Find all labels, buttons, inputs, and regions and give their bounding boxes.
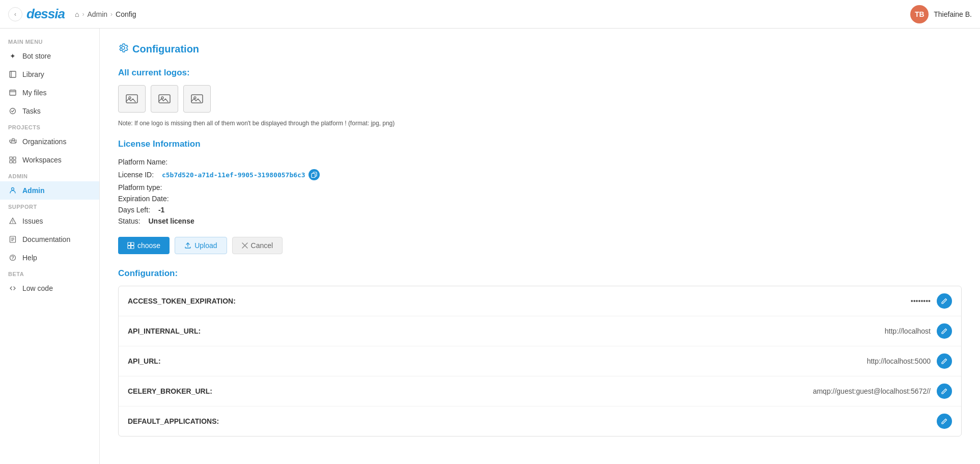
config-value-3: amqp://guest:guest@localhost:5672// bbox=[813, 387, 931, 395]
svg-rect-13 bbox=[10, 160, 12, 163]
sidebar-item-label-my-files: My files bbox=[22, 89, 46, 97]
cancel-button[interactable]: Cancel bbox=[232, 237, 283, 254]
sidebar-item-documentation[interactable]: Documentation bbox=[0, 230, 99, 249]
sidebar-item-workspaces[interactable]: Workspaces bbox=[0, 151, 99, 169]
sidebar-item-label-documentation: Documentation bbox=[22, 235, 70, 243]
main-layout: Main menu ✦ Bot store Library My files T… bbox=[0, 29, 980, 464]
config-row-1: API_INTERNAL_URL: http://localhost bbox=[119, 316, 961, 346]
svg-rect-14 bbox=[13, 160, 16, 163]
logos-section: All current logos: Note: If one logo is … bbox=[118, 68, 962, 127]
svg-point-23 bbox=[12, 259, 13, 259]
svg-rect-0 bbox=[10, 71, 16, 77]
config-edit-btn-4[interactable] bbox=[937, 414, 952, 429]
config-edit-btn-0[interactable] bbox=[937, 293, 952, 309]
issues-icon bbox=[8, 216, 17, 226]
choose-button[interactable]: choose bbox=[118, 237, 170, 254]
sidebar-item-library[interactable]: Library bbox=[0, 65, 99, 84]
license-id-label: License ID: bbox=[118, 171, 154, 179]
config-value-1: http://localhost bbox=[885, 327, 931, 335]
logos-row bbox=[118, 85, 962, 113]
svg-rect-11 bbox=[10, 157, 12, 159]
sidebar-item-help[interactable]: Help bbox=[0, 249, 99, 267]
user-name: Thiefaine B. bbox=[934, 10, 972, 18]
expiration-label: Expiration Date: bbox=[118, 195, 169, 203]
copy-license-id-button[interactable] bbox=[309, 169, 320, 180]
svg-rect-24 bbox=[126, 95, 137, 103]
logos-heading: All current logos: bbox=[118, 68, 962, 78]
platform-type-label: Platform type: bbox=[118, 183, 162, 192]
logo-box-1[interactable] bbox=[118, 85, 146, 113]
breadcrumb-admin[interactable]: Admin bbox=[87, 10, 107, 18]
sidebar-item-label-issues: Issues bbox=[22, 217, 43, 225]
nav-back-button[interactable]: ‹ bbox=[8, 7, 22, 21]
organizations-icon bbox=[8, 137, 17, 146]
license-days-left-row: Days Left: -1 bbox=[118, 204, 962, 215]
action-buttons: choose Upload Cancel bbox=[118, 237, 962, 254]
sidebar-item-low-code[interactable]: Low code bbox=[0, 279, 99, 297]
config-row-3: CELERY_BROKER_URL: amqp://guest:guest@lo… bbox=[119, 376, 961, 406]
svg-rect-2 bbox=[10, 90, 16, 95]
platform-name-label: Platform Name: bbox=[118, 158, 167, 166]
breadcrumb-home-icon[interactable]: ⌂ bbox=[75, 10, 79, 18]
upload-button[interactable]: Upload bbox=[175, 237, 227, 254]
low-code-icon bbox=[8, 284, 17, 293]
sidebar-item-label-help: Help bbox=[22, 254, 37, 262]
config-row-0: ACCESS_TOKEN_EXPIRATION: •••••••• bbox=[119, 286, 961, 316]
choose-button-label: choose bbox=[137, 241, 160, 250]
config-right-0: •••••••• bbox=[911, 293, 952, 309]
svg-point-15 bbox=[12, 188, 14, 190]
svg-point-27 bbox=[161, 97, 163, 99]
config-edit-btn-2[interactable] bbox=[937, 353, 952, 369]
svg-rect-33 bbox=[131, 242, 134, 245]
header-left: ‹ dessia ⌂ › Admin › Config bbox=[8, 6, 136, 22]
config-edit-btn-3[interactable] bbox=[937, 384, 952, 399]
config-key-0: ACCESS_TOKEN_EXPIRATION: bbox=[128, 297, 236, 305]
sidebar-item-my-files[interactable]: My files bbox=[0, 84, 99, 102]
sidebar-item-label-organizations: Organizations bbox=[22, 138, 66, 146]
sidebar-item-issues[interactable]: Issues bbox=[0, 212, 99, 230]
sidebar-item-tasks[interactable]: Tasks bbox=[0, 102, 99, 120]
documentation-icon bbox=[8, 235, 17, 244]
breadcrumb: ⌂ › Admin › Config bbox=[75, 10, 136, 18]
app-logo: dessia bbox=[26, 6, 65, 22]
sidebar-section-projects: Projects bbox=[0, 120, 99, 132]
sidebar-section-beta: Beta bbox=[0, 267, 99, 279]
sidebar-item-admin[interactable]: Admin bbox=[0, 181, 99, 200]
svg-point-25 bbox=[129, 97, 131, 99]
svg-rect-6 bbox=[15, 140, 17, 142]
upload-button-label: Upload bbox=[194, 241, 217, 250]
svg-rect-28 bbox=[191, 95, 203, 103]
sidebar-item-organizations[interactable]: Organizations bbox=[0, 132, 99, 151]
sidebar-item-bot-store[interactable]: ✦ Bot store bbox=[0, 47, 99, 65]
workspaces-icon bbox=[8, 155, 17, 165]
config-value-2: http://localhost:5000 bbox=[867, 357, 931, 365]
logo-box-2[interactable] bbox=[151, 85, 178, 113]
license-section: License Information Platform Name: Licen… bbox=[118, 139, 962, 227]
svg-rect-12 bbox=[13, 157, 16, 159]
license-heading: License Information bbox=[118, 139, 962, 149]
config-row-2: API_URL: http://localhost:5000 bbox=[119, 346, 961, 376]
breadcrumb-sep1: › bbox=[82, 11, 84, 18]
sidebar-item-label-low-code: Low code bbox=[22, 284, 53, 292]
config-key-4: DEFAULT_APPLICATIONS: bbox=[128, 417, 219, 425]
breadcrumb-sep2: › bbox=[110, 11, 113, 18]
app-header: ‹ dessia ⌂ › Admin › Config TB Thiefaine… bbox=[0, 0, 980, 29]
config-right-1: http://localhost bbox=[885, 323, 952, 339]
sidebar-section-support: Support bbox=[0, 200, 99, 212]
days-left-value: -1 bbox=[158, 206, 164, 214]
license-id-value: c5b7d520-a71d-11ef-9905-31980057b6c3 bbox=[162, 171, 305, 179]
license-platform-name-row: Platform Name: bbox=[118, 156, 962, 168]
svg-rect-5 bbox=[12, 139, 14, 141]
sidebar-section-main: Main menu bbox=[0, 35, 99, 47]
breadcrumb-config: Config bbox=[116, 10, 136, 18]
cancel-button-label: Cancel bbox=[251, 241, 273, 250]
config-key-3: CELERY_BROKER_URL: bbox=[128, 387, 212, 395]
library-icon bbox=[8, 70, 17, 79]
svg-rect-26 bbox=[159, 95, 170, 103]
config-edit-btn-1[interactable] bbox=[937, 323, 952, 339]
svg-point-29 bbox=[194, 97, 196, 99]
svg-rect-4 bbox=[10, 140, 12, 142]
tasks-icon bbox=[8, 106, 17, 116]
logo-box-3[interactable] bbox=[183, 85, 211, 113]
status-label: Status: bbox=[118, 217, 141, 225]
